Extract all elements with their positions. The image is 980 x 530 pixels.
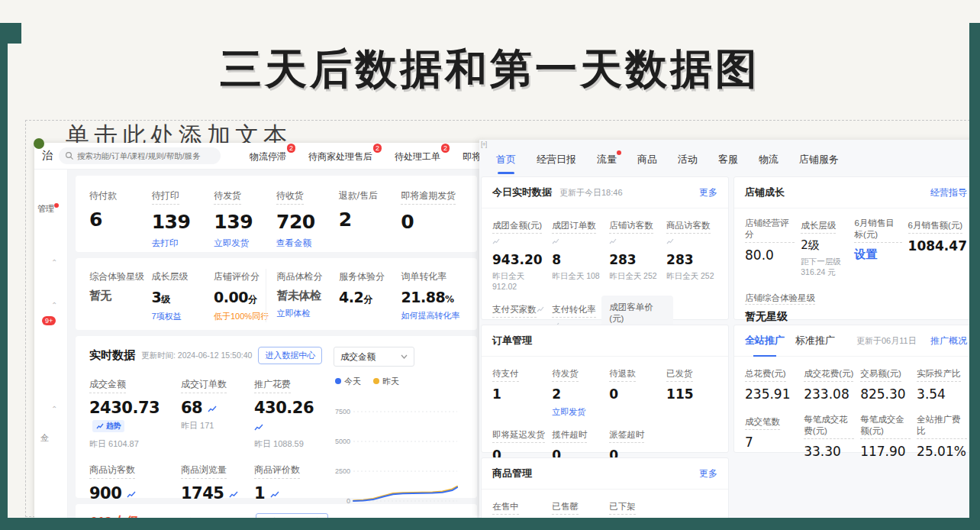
notification-dot: [54, 203, 59, 208]
chart-legend: 今天 昨天: [335, 376, 465, 387]
badge-count: 2: [441, 144, 450, 153]
today-realtime-card: 今日实时数据 更新于今日18:46 更多 成团金额(元) 943.20 昨日全天…: [481, 176, 729, 320]
legend-today[interactable]: 今天: [335, 376, 361, 387]
metric-transaction-amount: 交易额(元) 825.30: [860, 366, 911, 402]
operation-guide-link[interactable]: 经营指导: [930, 186, 967, 199]
checkup-now-link[interactable]: 立即体检: [277, 308, 340, 319]
trend-icon[interactable]: [127, 491, 136, 498]
metric-delisted: 已下架: [609, 499, 660, 515]
legend-yesterday[interactable]: 昨天: [373, 376, 399, 387]
realtime-chart-svg: 7500 5000 2500 0 00:00 04:00 08:00: [334, 389, 463, 515]
tab-logistics[interactable]: 物流: [759, 153, 779, 166]
tab-sitewide-promo[interactable]: 全站推广: [745, 334, 785, 347]
tab-products[interactable]: 商品: [637, 153, 657, 166]
trend-icon[interactable]: [552, 238, 559, 244]
trend-icon[interactable]: [666, 238, 674, 244]
left-dashboard-topbar: 治 物流停滞2 待商家处理售后2 待处理工单2 即将损失流量4 未读站内信68 …: [34, 143, 485, 170]
metric-amount-per-deal: 每笔成交金额(元) 117.90: [860, 414, 911, 459]
trend-icon[interactable]: [609, 238, 617, 244]
enter-data-center-button[interactable]: 进入数据中心: [258, 347, 322, 364]
metric-roi: 实际投产比 3.54: [917, 366, 967, 402]
metric-experience-star: 综合体验星级 暂无: [89, 269, 152, 322]
card-title: 店铺成长: [745, 186, 785, 199]
ship-now-link[interactable]: 立即发货: [552, 406, 603, 418]
updated-text: 更新于今日18:46: [559, 187, 623, 199]
tab-standard-promo[interactable]: 标准推广: [795, 334, 835, 347]
chart-metric-select[interactable]: 成交金额: [334, 347, 414, 367]
rights-link[interactable]: 7项权益: [152, 311, 214, 322]
metric-growth-level: 成长层级 3级 7项权益: [152, 269, 214, 322]
realtime-chart-panel: 成交金额 今天 昨天 7500 5000 2500: [334, 347, 465, 490]
metric-deal-count: 成交笔数 7: [745, 414, 798, 459]
todo-summary-card: 待付款 6 待打印 139 去打印 待发货 139 立即发货 待收货 720 查…: [76, 176, 477, 252]
trend-badge[interactable]: 趋势: [92, 420, 124, 432]
ship-now-link[interactable]: 立即发货: [214, 238, 276, 249]
tab-home[interactable]: 首页: [496, 153, 516, 166]
menu-item-workorders[interactable]: 待处理工单2: [395, 149, 450, 163]
search-input[interactable]: [59, 147, 221, 164]
metric-deal-spend: 成交花费(元) 233.08: [804, 366, 854, 402]
metric-monthly-sales: 6月销售额(元) 1084.47: [908, 218, 967, 278]
tab-shop-services[interactable]: 店铺服务: [799, 153, 839, 166]
menu-item-logistics-stalled[interactable]: 物流停滞2: [250, 149, 295, 163]
legend-dot-yesterday: [373, 378, 379, 384]
more-link[interactable]: 更多: [699, 186, 717, 199]
chevron-up-icon[interactable]: ⌃: [51, 258, 57, 267]
menu-item-aftersales[interactable]: 待商家处理售后2: [308, 149, 382, 163]
topbar-menu: 物流停滞2 待商家处理售后2 待处理工单2 即将损失流量4 未读站内信68: [250, 149, 485, 163]
view-amount-link[interactable]: 查看金额: [276, 238, 339, 249]
metric-refund-aftersales: 退款/售后 2: [339, 188, 401, 243]
metric-product-checkup: 商品体检分 暂未体检 立即体检: [266, 269, 340, 322]
metric-awaiting-shipment: 待发货 2 立即发货: [552, 366, 603, 418]
chevron-up-icon[interactable]: ⌃: [51, 405, 57, 413]
metric-product-visitors: 商品访客数 283 昨日全天 252: [666, 218, 717, 291]
shop-rating-card: 综合体验星级 暂无 成长层级 3级 7项权益 店铺评价分 0.00分 低于100…: [76, 258, 477, 330]
y-tick: 7500: [335, 408, 350, 415]
metric-sold-out: 已售罄: [552, 499, 603, 515]
card-title: 商品管理: [492, 467, 532, 480]
right-dashboard-tabs: 首页 经营日报 流量 商品 活动 客服 物流 店铺服务: [479, 140, 980, 175]
metric-group-orders: 成团订单数 8 昨日全天 108: [552, 218, 603, 291]
go-print-link[interactable]: 去打印: [152, 238, 214, 249]
more-link[interactable]: 更多: [699, 467, 717, 480]
metric-inquiry-conversion: 询单转化率 21.88% 如何提高转化率: [401, 269, 464, 322]
metric-operation-score: 店铺经营评分 80.0: [745, 218, 795, 278]
trend-icon[interactable]: [208, 406, 217, 412]
trend-icon[interactable]: [270, 491, 279, 498]
set-target-link[interactable]: 设置: [854, 247, 901, 262]
slide-frame-bottom: [0, 518, 980, 530]
metric-sales-target: 6月销售目标(元) 设置: [854, 218, 901, 278]
tab-activities[interactable]: 活动: [678, 153, 698, 166]
trend-icon[interactable]: [492, 238, 500, 244]
chevron-up-icon[interactable]: ⌃: [51, 301, 57, 309]
trend-icon: [96, 423, 104, 429]
promo-overview-link[interactable]: 推广概况: [930, 334, 967, 347]
sidebar-item-manage[interactable]: 管理: [37, 203, 59, 215]
bullet-dot: [34, 138, 44, 149]
trend-icon[interactable]: [537, 306, 544, 312]
legend-dot-today: [335, 378, 341, 384]
metric-total-spend: 总花费(元) 235.91: [745, 366, 798, 402]
shop-growth-card: 店铺成长 经营指导 店铺经营评分 80.0 成长层级 2级 距下一层级 316.…: [733, 176, 978, 320]
slide-frame-corner: [8, 23, 21, 44]
improve-conversion-link[interactable]: 如何提高转化率: [401, 310, 464, 322]
trend-icon[interactable]: [229, 491, 238, 498]
slide-frame-left: [0, 23, 8, 530]
realtime-data-card: 实时数据 更新时间: 2024-06-12 15:50:40 进入数据中心 成交…: [76, 336, 477, 498]
tab-daily-report[interactable]: 经营日报: [537, 153, 576, 166]
tab-traffic[interactable]: 流量: [597, 153, 617, 166]
metric-spend-per-deal: 每笔成交花费(元) 33.30: [804, 414, 854, 459]
search-icon: [65, 151, 74, 160]
metric-order-count: 成交订单数 68 昨日 171: [181, 376, 254, 450]
realtime-updated: 更新时间: 2024-06-12 15:50:40: [141, 351, 252, 361]
metric-promo-spend: 推广花费 430.26 昨日 1088.59: [254, 376, 327, 450]
search-box[interactable]: [59, 147, 221, 164]
realtime-title: 实时数据: [89, 348, 135, 363]
slide-frame-right: [969, 23, 980, 530]
metric-group-amount: 成团金额(元) 943.20 昨日全天 912.02: [492, 218, 546, 291]
metric-awaiting-payment: 待支付 1: [492, 366, 546, 418]
badge-count: 2: [373, 144, 382, 153]
trend-icon[interactable]: [254, 424, 263, 431]
tab-customer-service[interactable]: 客服: [718, 153, 738, 166]
chevron-down-icon: [401, 354, 408, 359]
